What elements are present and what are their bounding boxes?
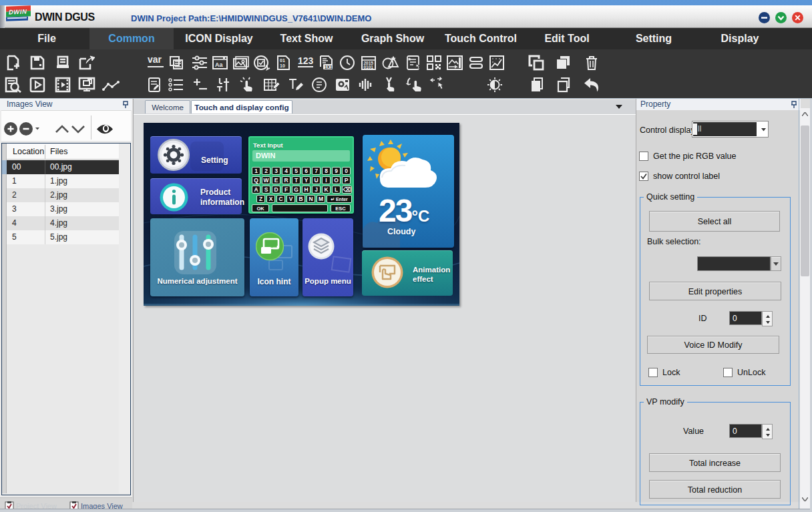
svg-text:123: 123 — [298, 55, 314, 66]
svg-text:0101: 0101 — [364, 65, 374, 69]
svg-text:Aa: Aa — [215, 61, 223, 68]
svg-text:01: 01 — [280, 58, 285, 63]
svg-text:10: 10 — [280, 63, 285, 68]
svg-text:var: var — [148, 55, 162, 65]
svg-text:1X1: 1X1 — [325, 65, 333, 69]
